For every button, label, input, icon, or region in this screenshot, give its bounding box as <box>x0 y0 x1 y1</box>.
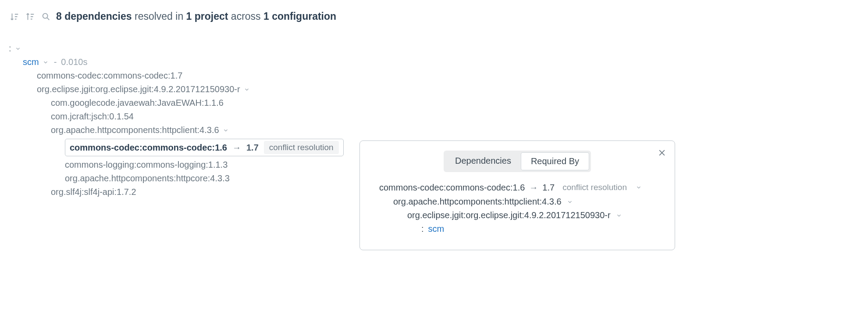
sort-down-icon[interactable] <box>9 11 20 22</box>
conflict-badge: conflict resolution <box>264 141 339 154</box>
arrow-right-icon: → <box>232 143 241 153</box>
chevron-down-icon[interactable] <box>222 126 230 134</box>
header: 8 dependencies resolved in 1 project acr… <box>9 9 859 33</box>
resolved-version: 1.7 <box>246 143 259 153</box>
time-dash: - <box>52 57 59 67</box>
dep-label: org.slf4j:slf4j-api:1.7.2 <box>51 187 136 197</box>
project-count: 1 project <box>186 11 228 22</box>
dep-name: org.apache.httpcomponents:httpclient:4.3… <box>393 197 562 207</box>
config-count: 1 configuration <box>263 11 336 22</box>
dep-label: com.jcraft:jsch:0.1.54 <box>51 112 134 122</box>
dep-node[interactable]: com.jcraft:jsch:0.1.54 <box>9 110 859 123</box>
dep-count: 8 dependencies <box>56 11 132 22</box>
sort-up-icon[interactable] <box>25 11 36 22</box>
dep-node[interactable]: com.googlecode.javaewah:JavaEWAH:1.1.6 <box>9 96 859 110</box>
tab-required-by[interactable]: Required By <box>521 152 589 170</box>
selected-dep[interactable]: commons-codec:commons-codec:1.6 → 1.7 co… <box>65 139 344 156</box>
search-icon[interactable] <box>40 11 52 22</box>
dep-node[interactable]: org.eclipse.jgit:org.eclipse.jgit:4.9.2.… <box>9 83 859 96</box>
tab-group: Dependencies Required By <box>370 151 664 172</box>
arrow-right-icon: → <box>529 183 538 193</box>
resolved-version: 1.7 <box>542 183 555 193</box>
detail-panel: Dependencies Required By commons-codec:c… <box>359 140 675 208</box>
dep-node[interactable]: commons-codec:commons-codec:1.7 <box>9 69 859 83</box>
summary-text: 8 dependencies resolved in 1 project acr… <box>56 11 336 22</box>
dep-label: com.googlecode.javaewah:JavaEWAH:1.1.6 <box>51 98 224 108</box>
dep-label: org.apache.httpcomponents:httpclient:4.3… <box>51 125 219 135</box>
root-node[interactable]: : <box>9 42 859 55</box>
config-node-scm[interactable]: scm - 0.010s <box>9 55 859 69</box>
scm-label[interactable]: scm <box>23 57 39 67</box>
root-colon: : <box>9 43 11 54</box>
chevron-down-icon[interactable] <box>635 183 643 191</box>
chevron-down-icon[interactable] <box>14 45 22 53</box>
panel-row[interactable]: org.apache.httpcomponents:httpclient:4.3… <box>370 195 664 208</box>
dep-name: commons-codec:commons-codec:1.6 <box>70 143 227 153</box>
close-icon[interactable] <box>656 147 668 158</box>
dep-label: commons-codec:commons-codec:1.7 <box>37 71 182 81</box>
panel-row[interactable]: commons-codec:commons-codec:1.6 → 1.7 co… <box>370 180 664 195</box>
resolution-time: 0.010s <box>61 57 87 67</box>
dep-node[interactable]: org.apache.httpcomponents:httpclient:4.3… <box>9 123 859 137</box>
svg-point-0 <box>43 13 48 18</box>
dep-label: org.apache.httpcomponents:httpcore:4.3.3 <box>65 173 230 183</box>
chevron-down-icon[interactable] <box>42 58 50 66</box>
dep-name: commons-codec:commons-codec:1.6 <box>379 183 525 193</box>
chevron-down-icon[interactable] <box>243 86 251 94</box>
conflict-badge: conflict resolution <box>559 182 630 193</box>
chevron-down-icon[interactable] <box>566 198 574 206</box>
dep-label: org.eclipse.jgit:org.eclipse.jgit:4.9.2.… <box>37 84 240 94</box>
dep-label: commons-logging:commons-logging:1.1.3 <box>65 160 228 170</box>
tab-dependencies[interactable]: Dependencies <box>445 152 521 170</box>
